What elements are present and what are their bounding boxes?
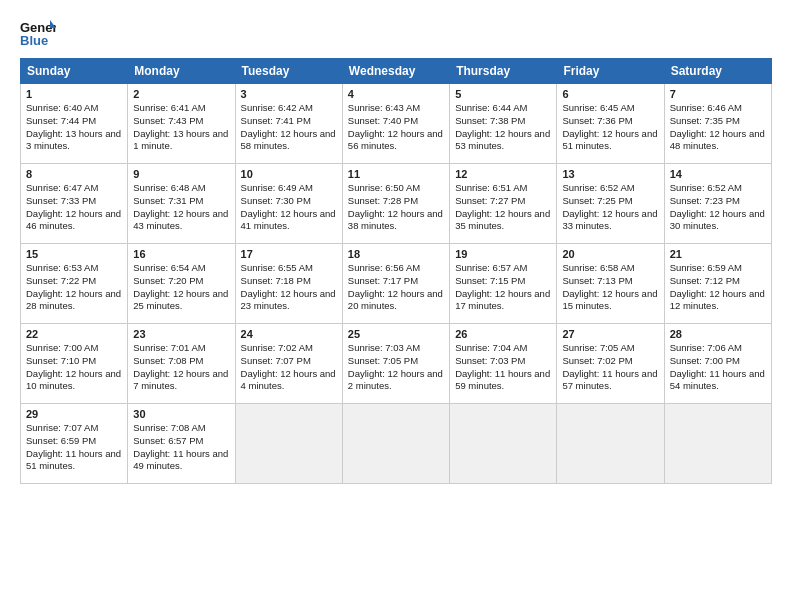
day-info: Sunrise: 6:53 AMSunset: 7:22 PMDaylight:… [26,262,122,313]
calendar-cell: 14Sunrise: 6:52 AMSunset: 7:23 PMDayligh… [664,164,771,244]
calendar-cell: 9Sunrise: 6:48 AMSunset: 7:31 PMDaylight… [128,164,235,244]
day-number: 9 [133,168,229,180]
day-info: Sunrise: 6:50 AMSunset: 7:28 PMDaylight:… [348,182,444,233]
calendar-cell: 27Sunrise: 7:05 AMSunset: 7:02 PMDayligh… [557,324,664,404]
day-number: 6 [562,88,658,100]
logo-icon: General Blue [20,18,56,48]
calendar-cell: 8Sunrise: 6:47 AMSunset: 7:33 PMDaylight… [21,164,128,244]
day-number: 7 [670,88,766,100]
weekday-header-wednesday: Wednesday [342,59,449,84]
calendar-cell: 20Sunrise: 6:58 AMSunset: 7:13 PMDayligh… [557,244,664,324]
day-info: Sunrise: 7:08 AMSunset: 6:57 PMDaylight:… [133,422,229,473]
calendar-cell: 11Sunrise: 6:50 AMSunset: 7:28 PMDayligh… [342,164,449,244]
svg-text:Blue: Blue [20,33,48,48]
day-number: 18 [348,248,444,260]
day-number: 23 [133,328,229,340]
day-info: Sunrise: 7:06 AMSunset: 7:00 PMDaylight:… [670,342,766,393]
calendar-cell [664,404,771,484]
day-info: Sunrise: 7:02 AMSunset: 7:07 PMDaylight:… [241,342,337,393]
day-number: 13 [562,168,658,180]
calendar-cell: 18Sunrise: 6:56 AMSunset: 7:17 PMDayligh… [342,244,449,324]
day-info: Sunrise: 6:44 AMSunset: 7:38 PMDaylight:… [455,102,551,153]
day-info: Sunrise: 6:57 AMSunset: 7:15 PMDaylight:… [455,262,551,313]
page: General Blue SundayMondayTuesdayWednesda… [0,0,792,612]
calendar-cell: 12Sunrise: 6:51 AMSunset: 7:27 PMDayligh… [450,164,557,244]
calendar-cell [235,404,342,484]
day-number: 10 [241,168,337,180]
calendar-cell: 19Sunrise: 6:57 AMSunset: 7:15 PMDayligh… [450,244,557,324]
day-number: 24 [241,328,337,340]
calendar-cell: 21Sunrise: 6:59 AMSunset: 7:12 PMDayligh… [664,244,771,324]
calendar-cell: 25Sunrise: 7:03 AMSunset: 7:05 PMDayligh… [342,324,449,404]
calendar-cell [450,404,557,484]
calendar-cell [557,404,664,484]
day-number: 19 [455,248,551,260]
day-info: Sunrise: 6:46 AMSunset: 7:35 PMDaylight:… [670,102,766,153]
calendar-cell: 30Sunrise: 7:08 AMSunset: 6:57 PMDayligh… [128,404,235,484]
calendar-cell: 28Sunrise: 7:06 AMSunset: 7:00 PMDayligh… [664,324,771,404]
day-number: 30 [133,408,229,420]
day-info: Sunrise: 6:47 AMSunset: 7:33 PMDaylight:… [26,182,122,233]
day-number: 12 [455,168,551,180]
day-number: 15 [26,248,122,260]
calendar-cell: 13Sunrise: 6:52 AMSunset: 7:25 PMDayligh… [557,164,664,244]
calendar-cell: 1Sunrise: 6:40 AMSunset: 7:44 PMDaylight… [21,84,128,164]
weekday-header-sunday: Sunday [21,59,128,84]
day-number: 16 [133,248,229,260]
calendar-cell: 22Sunrise: 7:00 AMSunset: 7:10 PMDayligh… [21,324,128,404]
day-number: 29 [26,408,122,420]
day-info: Sunrise: 6:52 AMSunset: 7:23 PMDaylight:… [670,182,766,233]
day-info: Sunrise: 6:49 AMSunset: 7:30 PMDaylight:… [241,182,337,233]
day-number: 2 [133,88,229,100]
day-info: Sunrise: 6:48 AMSunset: 7:31 PMDaylight:… [133,182,229,233]
calendar-cell: 10Sunrise: 6:49 AMSunset: 7:30 PMDayligh… [235,164,342,244]
day-info: Sunrise: 7:01 AMSunset: 7:08 PMDaylight:… [133,342,229,393]
day-info: Sunrise: 6:40 AMSunset: 7:44 PMDaylight:… [26,102,122,153]
calendar-cell: 6Sunrise: 6:45 AMSunset: 7:36 PMDaylight… [557,84,664,164]
calendar-cell: 15Sunrise: 6:53 AMSunset: 7:22 PMDayligh… [21,244,128,324]
day-info: Sunrise: 6:58 AMSunset: 7:13 PMDaylight:… [562,262,658,313]
day-info: Sunrise: 6:41 AMSunset: 7:43 PMDaylight:… [133,102,229,153]
calendar-cell: 3Sunrise: 6:42 AMSunset: 7:41 PMDaylight… [235,84,342,164]
day-info: Sunrise: 7:04 AMSunset: 7:03 PMDaylight:… [455,342,551,393]
weekday-header-thursday: Thursday [450,59,557,84]
day-number: 17 [241,248,337,260]
calendar-cell: 23Sunrise: 7:01 AMSunset: 7:08 PMDayligh… [128,324,235,404]
weekday-header-tuesday: Tuesday [235,59,342,84]
day-number: 25 [348,328,444,340]
calendar-cell: 24Sunrise: 7:02 AMSunset: 7:07 PMDayligh… [235,324,342,404]
day-info: Sunrise: 6:52 AMSunset: 7:25 PMDaylight:… [562,182,658,233]
day-number: 28 [670,328,766,340]
day-number: 14 [670,168,766,180]
weekday-header-friday: Friday [557,59,664,84]
day-number: 11 [348,168,444,180]
day-info: Sunrise: 6:45 AMSunset: 7:36 PMDaylight:… [562,102,658,153]
day-info: Sunrise: 6:59 AMSunset: 7:12 PMDaylight:… [670,262,766,313]
calendar-cell [342,404,449,484]
header: General Blue [20,18,772,48]
day-info: Sunrise: 6:43 AMSunset: 7:40 PMDaylight:… [348,102,444,153]
day-number: 26 [455,328,551,340]
day-number: 5 [455,88,551,100]
day-number: 27 [562,328,658,340]
calendar-cell: 17Sunrise: 6:55 AMSunset: 7:18 PMDayligh… [235,244,342,324]
calendar-cell: 5Sunrise: 6:44 AMSunset: 7:38 PMDaylight… [450,84,557,164]
day-info: Sunrise: 7:05 AMSunset: 7:02 PMDaylight:… [562,342,658,393]
day-number: 8 [26,168,122,180]
day-info: Sunrise: 6:54 AMSunset: 7:20 PMDaylight:… [133,262,229,313]
calendar-cell: 16Sunrise: 6:54 AMSunset: 7:20 PMDayligh… [128,244,235,324]
day-info: Sunrise: 6:56 AMSunset: 7:17 PMDaylight:… [348,262,444,313]
day-info: Sunrise: 7:00 AMSunset: 7:10 PMDaylight:… [26,342,122,393]
day-info: Sunrise: 6:42 AMSunset: 7:41 PMDaylight:… [241,102,337,153]
calendar-table: SundayMondayTuesdayWednesdayThursdayFrid… [20,58,772,484]
day-number: 3 [241,88,337,100]
day-info: Sunrise: 7:03 AMSunset: 7:05 PMDaylight:… [348,342,444,393]
weekday-header-saturday: Saturday [664,59,771,84]
calendar-cell: 4Sunrise: 6:43 AMSunset: 7:40 PMDaylight… [342,84,449,164]
day-number: 21 [670,248,766,260]
calendar-cell: 29Sunrise: 7:07 AMSunset: 6:59 PMDayligh… [21,404,128,484]
day-info: Sunrise: 6:55 AMSunset: 7:18 PMDaylight:… [241,262,337,313]
day-number: 4 [348,88,444,100]
calendar-cell: 2Sunrise: 6:41 AMSunset: 7:43 PMDaylight… [128,84,235,164]
day-info: Sunrise: 7:07 AMSunset: 6:59 PMDaylight:… [26,422,122,473]
